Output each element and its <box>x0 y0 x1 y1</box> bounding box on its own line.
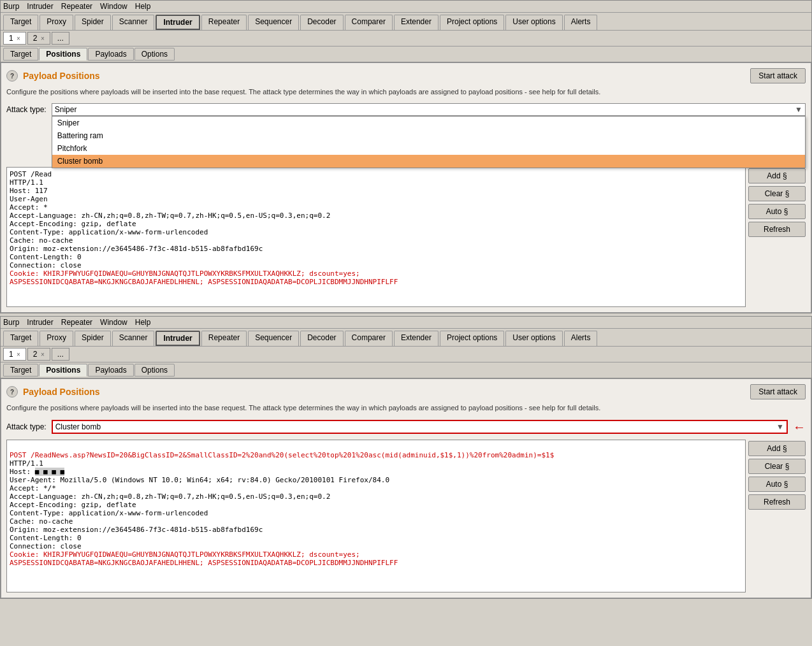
top-description: Configure the positions where payloads w… <box>6 87 806 97</box>
bottom-start-attack-button[interactable]: Start attack <box>750 384 806 399</box>
bottom-request-tab-1[interactable]: 1 × <box>3 348 26 361</box>
bottom-refresh-button[interactable]: Refresh <box>748 494 806 510</box>
menu-repeater[interactable]: Repeater <box>61 2 92 11</box>
request-tab-more[interactable]: ... <box>52 32 69 45</box>
request-tab-2[interactable]: 2 × <box>27 32 50 45</box>
bottom-menu-intruder[interactable]: Intruder <box>27 318 53 327</box>
menu-intruder[interactable]: Intruder <box>27 2 53 11</box>
top-help-button[interactable]: ? <box>6 70 18 82</box>
menu-window[interactable]: Window <box>100 2 127 11</box>
bottom-attack-type-wrapper[interactable]: Cluster bomb ▼ <box>52 420 788 434</box>
dropdown-cluster-bomb[interactable]: Cluster bomb <box>52 155 805 168</box>
tab-project-options[interactable]: Project options <box>440 15 504 30</box>
bottom-tab-extender[interactable]: Extender <box>394 331 439 346</box>
bottom-request-tab-more[interactable]: ... <box>52 348 69 361</box>
tab-intruder[interactable]: Intruder <box>156 15 199 30</box>
bottom-help-button[interactable]: ? <box>6 386 18 398</box>
tab-scanner[interactable]: Scanner <box>112 15 155 30</box>
bottom-attack-type-value: Cluster bomb <box>55 422 101 431</box>
top-start-attack-button[interactable]: Start attack <box>750 68 806 83</box>
tab-user-options[interactable]: User options <box>505 15 562 30</box>
tab-decoder[interactable]: Decoder <box>300 15 343 30</box>
top-menu-bar: Burp Intruder Repeater Window Help <box>1 1 811 13</box>
dropdown-pitchfork[interactable]: Pitchfork <box>52 142 805 155</box>
bottom-menu-repeater[interactable]: Repeater <box>61 318 92 327</box>
tab-proxy[interactable]: Proxy <box>40 15 73 30</box>
top-attack-type-select[interactable]: Sniper ▼ <box>52 103 806 116</box>
bottom-menu-burp[interactable]: Burp <box>3 318 19 327</box>
subtab-target[interactable]: Target <box>3 48 38 61</box>
subtab-options[interactable]: Options <box>134 48 175 61</box>
subtab-payloads[interactable]: Payloads <box>88 48 133 61</box>
bottom-tab-target[interactable]: Target <box>3 331 38 346</box>
bottom-tab-repeater[interactable]: Repeater <box>201 331 247 346</box>
bottom-subtab-target[interactable]: Target <box>3 364 38 377</box>
top-attack-type-label: Attack type: <box>6 105 47 114</box>
bottom-description: Configure the positions where payloads w… <box>6 403 806 413</box>
top-attack-type-row: Attack type: Sniper ▼ Sniper Battering r… <box>6 103 806 116</box>
top-dropdown-menu[interactable]: Sniper Battering ram Pitchfork Cluster b… <box>52 116 806 168</box>
bottom-attack-type-label: Attack type: <box>6 422 47 431</box>
bottom-tab-spider[interactable]: Spider <box>75 331 111 346</box>
bottom-tab-project-options[interactable]: Project options <box>440 331 504 346</box>
bottom-auto-button[interactable]: Auto § <box>748 477 806 492</box>
subtab-positions[interactable]: Positions <box>39 48 87 61</box>
bottom-tab-intruder[interactable]: Intruder <box>156 331 199 346</box>
request-tab-1[interactable]: 1 × <box>3 32 26 45</box>
top-select-arrow-icon: ▼ <box>795 105 802 114</box>
bottom-tab-sequencer[interactable]: Sequencer <box>248 331 299 346</box>
bottom-arrow-indicator: ← <box>793 420 806 434</box>
top-attack-type-wrapper[interactable]: Sniper ▼ Sniper Battering ram Pitchfork … <box>52 103 806 116</box>
bottom-attack-type-select[interactable]: Cluster bomb ▼ <box>52 420 788 434</box>
tab-comparer[interactable]: Comparer <box>345 15 393 30</box>
top-auto-button[interactable]: Auto § <box>748 204 806 219</box>
tab-repeater[interactable]: Repeater <box>201 15 247 30</box>
dropdown-battering-ram[interactable]: Battering ram <box>52 129 805 142</box>
menu-burp[interactable]: Burp <box>3 2 19 11</box>
top-window: Burp Intruder Repeater Window Help Targe… <box>0 0 812 313</box>
bottom-content-area: POST /ReadNews.asp?NewsID=20&BigClassID=… <box>6 440 806 592</box>
top-refresh-button[interactable]: Refresh <box>748 222 806 237</box>
bottom-tab-user-options[interactable]: User options <box>505 331 562 346</box>
request-tab-bar: 1 × 2 × ... <box>1 31 811 47</box>
bottom-section-header: ? Payload Positions Start attack <box>6 384 806 399</box>
bottom-request-tab-bar: 1 × 2 × ... <box>1 347 811 362</box>
bottom-subtab-positions[interactable]: Positions <box>39 364 87 377</box>
bottom-tab-decoder[interactable]: Decoder <box>300 331 343 346</box>
bottom-subtab-options[interactable]: Options <box>134 364 175 377</box>
menu-help[interactable]: Help <box>135 2 151 11</box>
bottom-tab-alerts[interactable]: Alerts <box>564 331 598 346</box>
top-add-button[interactable]: Add § <box>748 168 806 183</box>
top-clear-button[interactable]: Clear § <box>748 186 806 201</box>
bottom-main-panel: ? Payload Positions Start attack Configu… <box>1 378 811 598</box>
tab-sequencer[interactable]: Sequencer <box>248 15 299 30</box>
bottom-menu-help[interactable]: Help <box>135 318 151 327</box>
bottom-menu-bar: Burp Intruder Repeater Window Help <box>1 317 811 329</box>
subtab-bar: Target Positions Payloads Options <box>1 47 811 62</box>
bottom-tab-scanner[interactable]: Scanner <box>112 331 155 346</box>
bottom-select-arrow-icon: ▼ <box>776 422 784 431</box>
bottom-tab-bar: Target Proxy Spider Scanner Intruder Rep… <box>1 329 811 347</box>
bottom-add-button[interactable]: Add § <box>748 441 806 456</box>
tab-extender[interactable]: Extender <box>394 15 439 30</box>
bottom-post-line: POST /ReadNews.asp?NewsID=20&BigClassID=… <box>10 451 554 459</box>
bottom-tab-comparer[interactable]: Comparer <box>345 331 393 346</box>
bottom-subtab-payloads[interactable]: Payloads <box>88 364 133 377</box>
bottom-section-title: Payload Positions <box>23 387 100 397</box>
top-section-header: ? Payload Positions Start attack <box>6 68 806 83</box>
top-attack-type-value: Sniper <box>55 105 77 114</box>
dropdown-sniper[interactable]: Sniper <box>52 117 805 129</box>
bottom-attack-type-row: Attack type: Cluster bomb ▼ ← <box>6 420 806 434</box>
bottom-subtab-bar: Target Positions Payloads Options <box>1 362 811 378</box>
bottom-tab-proxy[interactable]: Proxy <box>40 331 73 346</box>
tab-target[interactable]: Target <box>3 15 38 30</box>
bottom-request-tab-2[interactable]: 2 × <box>27 348 50 361</box>
bottom-clear-button[interactable]: Clear § <box>748 459 806 474</box>
tab-spider[interactable]: Spider <box>75 15 111 30</box>
top-request-text: POST /Read HTTP/1.1 Host: 117 User-Agen … <box>6 167 746 307</box>
bottom-menu-window[interactable]: Window <box>100 318 127 327</box>
tab-alerts[interactable]: Alerts <box>564 15 598 30</box>
top-action-buttons: Add § Clear § Auto § Refresh <box>748 167 806 307</box>
top-tab-bar: Target Proxy Spider Scanner Intruder Rep… <box>1 13 811 31</box>
bottom-request-text: POST /ReadNews.asp?NewsID=20&BigClassID=… <box>6 440 746 592</box>
